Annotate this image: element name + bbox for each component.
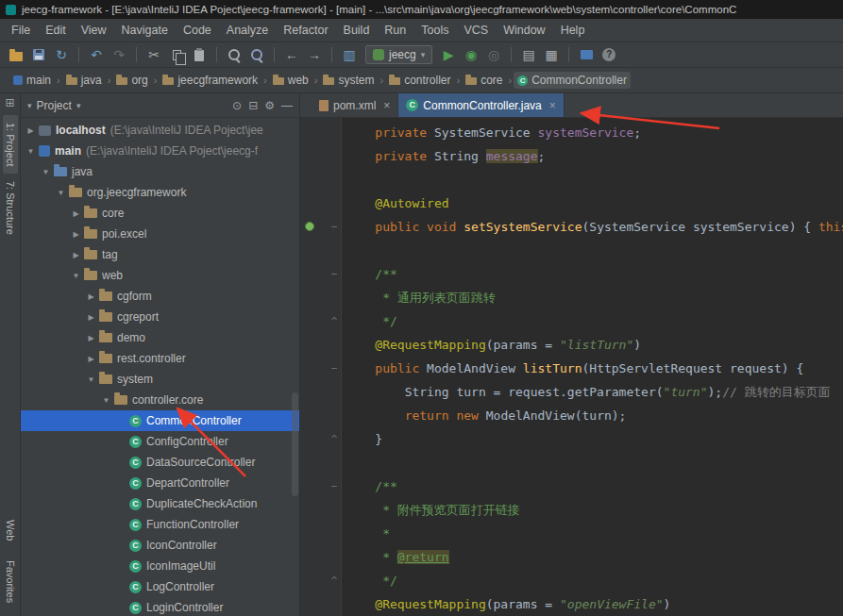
chevron-down-icon[interactable]: ▾ (76, 101, 81, 110)
menu-navigate[interactable]: Navigate (114, 21, 176, 40)
chevron-down-icon[interactable]: ▼ (25, 147, 37, 156)
breadcrumb-core[interactable]: core (462, 72, 506, 89)
fold-minus-icon[interactable]: − (329, 215, 340, 239)
structure-view-button[interactable]: ▥ (339, 45, 360, 64)
breadcrumb-java[interactable]: java (62, 72, 106, 89)
chevron-right-icon[interactable]: ▶ (85, 355, 97, 363)
fold-up-icon[interactable]: ^ (329, 427, 340, 451)
tree-item-cgreport[interactable]: ▶cgreport (21, 307, 299, 327)
tree-item-functioncontroller[interactable]: FunctionController (21, 514, 299, 535)
menu-vcs[interactable]: VCS (456, 21, 496, 40)
code-editor[interactable]: private SystemService systemService; pri… (342, 118, 843, 616)
tree-item-logcontroller[interactable]: LogController (21, 576, 299, 597)
fold-up-icon[interactable]: ^ (329, 569, 340, 592)
paste-button[interactable] (189, 45, 210, 64)
synchronize-button[interactable]: ↻ (51, 45, 72, 64)
fold-up-icon[interactable]: ^ (329, 309, 340, 333)
tree-item-system[interactable]: ▼system (21, 369, 299, 390)
save-all-button[interactable] (28, 45, 49, 64)
menu-build[interactable]: Build (336, 21, 378, 40)
tree-item-configcontroller[interactable]: ConfigController (21, 431, 299, 452)
breadcrumb-org[interactable]: org (112, 72, 151, 89)
tree-item-java[interactable]: ▼java (21, 161, 299, 182)
menu-view[interactable]: View (74, 21, 114, 40)
menu-file[interactable]: File (4, 21, 38, 40)
chevron-right-icon[interactable]: ▶ (25, 126, 37, 135)
toolwindow-button-favorites[interactable]: Favorites (3, 551, 18, 612)
scrollbar-thumb[interactable] (292, 392, 298, 496)
project-scrollbar[interactable] (292, 122, 298, 614)
menu-edit[interactable]: Edit (38, 21, 74, 40)
fold-minus-icon[interactable]: − (329, 357, 340, 380)
tree-item-cgform[interactable]: ▶cgform (21, 286, 299, 307)
tree-item-localhost[interactable]: ▶localhost(E:\java\InteliJ IDEA Poject\j… (21, 120, 299, 141)
forward-button[interactable]: → (304, 45, 325, 64)
menu-code[interactable]: Code (176, 21, 219, 40)
breadcrumb-system[interactable]: system (319, 72, 378, 89)
tree-item-web[interactable]: ▼web (21, 265, 299, 286)
tree-item-rest-controller[interactable]: ▶rest.controller (21, 348, 299, 369)
tree-item-poi-excel[interactable]: ▶poi.excel (21, 224, 299, 244)
tree-item-datasourcecontroller[interactable]: DataSourceController (21, 452, 299, 473)
chevron-right-icon[interactable]: ▶ (85, 334, 97, 342)
tree-item-logincontroller[interactable]: LoginController (21, 597, 299, 616)
fold-minus-icon[interactable]: − (329, 262, 340, 286)
breadcrumb-jeecgframework[interactable]: jeecgframework (159, 72, 261, 89)
tree-item-core[interactable]: ▶core (21, 203, 299, 224)
editor-tab-pom-xml[interactable]: pom.xml× (312, 93, 398, 117)
menu-run[interactable]: Run (377, 21, 413, 40)
tree-item-controller-core[interactable]: ▼controller.core (21, 390, 299, 410)
close-icon[interactable]: × (549, 99, 556, 112)
menu-window[interactable]: Window (496, 21, 552, 40)
breadcrumb-web[interactable]: web (269, 72, 312, 89)
breadcrumb-commoncontroller[interactable]: CommonController (514, 72, 631, 89)
cut-button[interactable]: ✂ (143, 45, 164, 64)
menu-help[interactable]: Help (553, 21, 593, 40)
chevron-right-icon[interactable]: ▶ (70, 251, 82, 259)
breadcrumb-main[interactable]: main (9, 72, 55, 89)
coverage-button[interactable]: ◉ (461, 45, 481, 64)
menu-refactor[interactable]: Refactor (276, 21, 335, 40)
hide-button[interactable]: — (281, 99, 293, 112)
tree-item-departcontroller[interactable]: DepartController (21, 473, 299, 493)
tree-item-iconcontroller[interactable]: IconController (21, 535, 299, 556)
toolwindow-button-1-project[interactable]: 1: Project (3, 115, 18, 174)
help-button[interactable] (599, 45, 619, 64)
run-configuration-select[interactable]: jeecg ▾ (365, 45, 432, 64)
undo-button[interactable]: ↶ (86, 45, 107, 64)
toolwindow-button-7-structure[interactable]: 7: Structure (3, 174, 18, 242)
fold-minus-icon[interactable]: − (329, 474, 340, 498)
editor-tab-commoncontroller-java[interactable]: CommonController.java× (398, 93, 564, 117)
tree-item-demo[interactable]: ▶demo (21, 327, 299, 348)
collapse-all-button[interactable]: ⊟ (248, 99, 258, 112)
chevron-down-icon[interactable]: ▼ (40, 168, 52, 176)
close-icon[interactable]: × (383, 99, 390, 112)
chevron-down-icon[interactable]: ▾ (27, 101, 32, 110)
chevron-right-icon[interactable]: ▶ (85, 292, 97, 301)
chevron-down-icon[interactable]: ▼ (100, 396, 112, 405)
chevron-down-icon[interactable]: ▼ (70, 272, 82, 280)
settings-button[interactable]: ⚙ (264, 99, 275, 112)
replace-button[interactable] (246, 45, 267, 64)
maven-projects-button[interactable]: ▦ (541, 45, 562, 64)
chevron-right-icon[interactable]: ▶ (70, 230, 82, 239)
toolwindow-button-web[interactable]: Web (3, 510, 18, 550)
copy-button[interactable] (166, 45, 187, 64)
tree-item-commoncontroller[interactable]: CommonController (21, 410, 299, 431)
project-panel-title[interactable]: Project (37, 99, 72, 112)
ant-build-button[interactable]: ▤ (518, 45, 539, 64)
tree-item-tag[interactable]: ▶tag (21, 244, 299, 265)
open-button[interactable] (6, 45, 26, 64)
chevron-right-icon[interactable]: ▶ (70, 209, 82, 218)
editor-gutter[interactable]: −−^−^−^ (300, 118, 342, 616)
chevron-down-icon[interactable]: ▼ (55, 189, 67, 197)
breadcrumb-controller[interactable]: controller (385, 72, 454, 89)
run-button[interactable]: ▶ (438, 45, 459, 64)
tree-item-org-jeecgframework[interactable]: ▼org.jeecgframework (21, 182, 299, 203)
find-button[interactable] (224, 45, 244, 64)
chevron-down-icon[interactable]: ▼ (85, 375, 97, 384)
back-button[interactable]: ← (281, 45, 302, 64)
profiler-button[interactable]: ◎ (483, 45, 504, 64)
chevron-right-icon[interactable]: ▶ (85, 313, 97, 322)
redo-button[interactable]: ↷ (109, 45, 129, 64)
